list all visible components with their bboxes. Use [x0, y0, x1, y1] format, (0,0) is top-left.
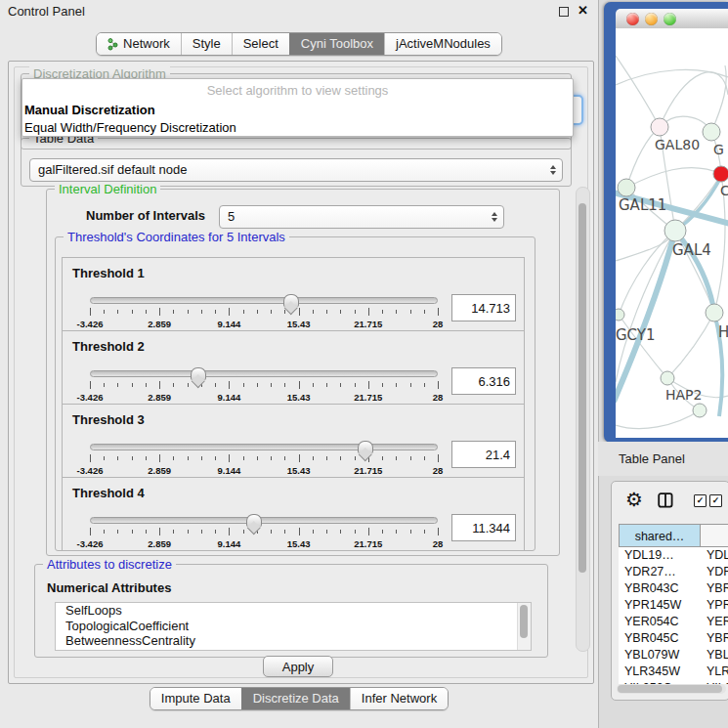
close-icon[interactable]: ✕: [578, 3, 588, 18]
network-edge[interactable]: [619, 231, 675, 315]
float-window-icon[interactable]: [559, 7, 569, 17]
threshold-4-panel: Threshold 4 -3.4262.8599.14415.4321.7152…: [62, 477, 525, 551]
tab-label: Select: [243, 33, 278, 55]
gear-icon[interactable]: ⚙: [625, 488, 643, 511]
table-row[interactable]: YDR27…YDR2: [619, 564, 728, 580]
dropdown-prompt-item[interactable]: Select algorithm to view settings: [22, 84, 573, 98]
table-horizontal-scrollbar[interactable]: [617, 684, 726, 694]
column-header-shared-name[interactable]: shared…: [619, 524, 701, 547]
checkbox-icon[interactable]: ✓: [709, 494, 722, 507]
cell-name: YBL0: [701, 647, 728, 664]
threshold-1-value-input[interactable]: [451, 294, 516, 321]
group-title: Interval Definition: [55, 182, 160, 196]
tab-discretize-data[interactable]: Discretize Data: [241, 688, 350, 709]
tab-label: Network: [123, 33, 170, 55]
checkbox-icon[interactable]: ✓: [694, 494, 707, 507]
tab-impute-data[interactable]: Impute Data: [150, 688, 241, 709]
dropdown-item-manual-discretization[interactable]: Manual Discretization: [22, 103, 573, 117]
apply-button[interactable]: Apply: [263, 656, 333, 677]
numerical-attributes-list[interactable]: SelfLoopsTopologicalCoefficientBetweenne…: [55, 602, 532, 651]
threshold-3-value-input[interactable]: [451, 441, 516, 468]
tab-cyni-toolbox[interactable]: Cyni Toolbox: [289, 33, 384, 55]
slider-thumb[interactable]: [283, 294, 299, 307]
network-node[interactable]: [713, 166, 728, 182]
number-of-intervals-label: Number of Intervals: [86, 208, 205, 223]
tab-label: Infer Network: [362, 688, 437, 709]
network-node[interactable]: [651, 118, 668, 136]
network-edge[interactable]: [667, 313, 714, 378]
slider-ticks: [90, 454, 438, 463]
tick-label: 9.144: [218, 392, 241, 403]
slider-ticks: [90, 528, 438, 536]
slider-tick-labels: -3.4262.8599.14415.4321.71528: [90, 538, 438, 548]
network-node[interactable]: [693, 404, 707, 417]
network-node[interactable]: [664, 220, 686, 241]
number-of-intervals-value: 5: [228, 209, 235, 224]
tab-style[interactable]: Style: [181, 33, 232, 55]
table-data-combobox[interactable]: galFiltered.sif default node: [29, 158, 563, 182]
scrollbar-thumb[interactable]: [578, 203, 586, 573]
tab-jactivemnodules[interactable]: jActiveMNodules: [384, 33, 501, 55]
close-traffic-light-icon[interactable]: [626, 13, 639, 25]
table-row[interactable]: YDL19…YDL1: [619, 547, 728, 564]
cell-name: YLR3: [701, 664, 728, 680]
tick-label: 9.144: [218, 319, 241, 329]
tick-label: -3.426: [77, 319, 104, 329]
attribute-list-item[interactable]: BetweennessCentrality: [56, 633, 531, 649]
scrollbar-thumb[interactable]: [520, 605, 528, 638]
scrollbar-thumb[interactable]: [618, 685, 722, 693]
cell-name: YDL1: [701, 547, 728, 564]
cell-name: YBR0: [701, 630, 728, 647]
table-row[interactable]: YBL079WYBL0: [619, 647, 728, 664]
network-node[interactable]: [661, 371, 674, 385]
threshold-2-slider[interactable]: -3.4262.8599.14415.4321.71528: [90, 366, 438, 402]
network-node[interactable]: [618, 179, 635, 196]
stepper-arrows-icon: [492, 206, 497, 228]
number-of-intervals-combobox[interactable]: 5: [219, 205, 504, 229]
settings-vertical-scrollbar[interactable]: [576, 187, 590, 652]
tick-label: 21.715: [354, 538, 382, 549]
table-row[interactable]: YPR145WYPR1: [619, 597, 728, 614]
network-edge[interactable]: [626, 168, 721, 188]
node-label: GAL11: [619, 196, 666, 214]
tick-label: 9.144: [218, 538, 241, 549]
dropdown-item-equal-width-frequency[interactable]: Equal Width/Frequency Discretization: [22, 120, 573, 135]
column-header-name[interactable]: na: [701, 524, 728, 547]
tab-label: Style: [193, 33, 221, 55]
slider-thumb[interactable]: [191, 367, 206, 380]
network-edge[interactable]: [616, 69, 728, 85]
tab-network[interactable]: Network: [97, 33, 181, 55]
zoom-traffic-light-icon[interactable]: [664, 13, 676, 25]
tab-label: Impute Data: [161, 688, 231, 709]
tab-infer-network[interactable]: Infer Network: [350, 688, 448, 709]
threshold-3-slider[interactable]: -3.4262.8599.14415.4321.71528: [90, 440, 438, 475]
table-row[interactable]: YLR345WYLR3: [619, 664, 728, 680]
network-node[interactable]: [703, 123, 720, 141]
cell-shared-name: YDL19…: [619, 547, 701, 564]
threshold-4-slider[interactable]: -3.4262.8599.14415.4321.71528: [90, 513, 438, 548]
tab-select[interactable]: Select: [232, 33, 289, 55]
list-vertical-scrollbar[interactable]: [517, 603, 531, 650]
threshold-1-slider[interactable]: -3.4262.8599.14415.4321.71528: [90, 293, 438, 328]
threshold-2-value-input[interactable]: [451, 367, 516, 395]
table-row[interactable]: YER054CYER0: [619, 614, 728, 630]
slider-thumb[interactable]: [246, 514, 262, 527]
network-edge[interactable]: [616, 56, 660, 127]
attribute-list-item[interactable]: SelfLoops: [56, 603, 531, 619]
attributes-to-discretize-group: Attributes to discretize Numerical Attri…: [34, 564, 548, 658]
table-row[interactable]: YBR043CYBR0: [619, 580, 728, 597]
table-row[interactable]: YBR045CYBR0: [619, 630, 728, 647]
minimize-traffic-light-icon[interactable]: [645, 13, 658, 25]
network-node[interactable]: [616, 309, 624, 321]
cell-name: YBR0: [701, 580, 728, 597]
tick-label: 15.43: [287, 319, 311, 329]
network-node[interactable]: [706, 304, 723, 321]
network-edge[interactable]: [616, 410, 700, 429]
network-graph[interactable]: GAL80GCGAL11GAL4HGCY1HAP2: [616, 28, 728, 438]
attribute-list-item[interactable]: TopologicalCoefficient: [56, 619, 531, 634]
threshold-4-value-input[interactable]: [451, 514, 516, 541]
slider-thumb[interactable]: [358, 441, 373, 453]
split-columns-icon[interactable]: [658, 492, 673, 512]
network-window-titlebar[interactable]: [616, 9, 728, 29]
network-canvas[interactable]: GAL80GCGAL11GAL4HGCY1HAP2: [616, 28, 728, 438]
